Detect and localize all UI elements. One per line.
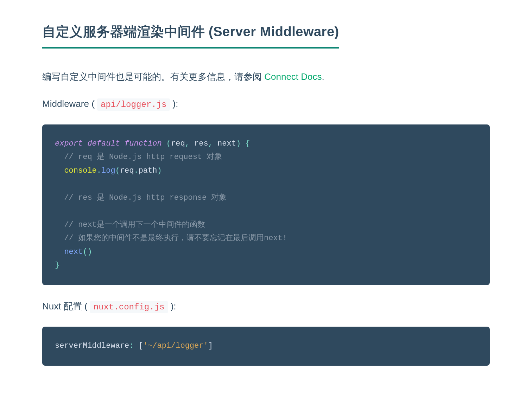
log-close: ): [157, 166, 162, 175]
arr-open: [: [139, 341, 143, 350]
mw-label-after: ):: [170, 98, 178, 109]
cfg-key: serverMiddleware: [55, 341, 129, 350]
comment-res: // res 是 Node.js http response 对象: [55, 193, 227, 202]
arr-close: ]: [208, 341, 213, 350]
dot-1: .: [97, 166, 101, 175]
comment-req: // req 是 Node.js http request 对象: [55, 153, 222, 161]
section-heading: 自定义服务器端渲染中间件 (Server Middleware): [42, 21, 339, 49]
cfg-colon: :: [129, 341, 134, 350]
console-obj: console: [64, 166, 96, 175]
log-method: log: [101, 166, 115, 175]
mw-file-code: api/logger.js: [97, 98, 170, 111]
comment-next2: // 如果您的中间件不是最终执行，请不要忘记在最后调用next!: [55, 234, 287, 243]
kw-function: function: [125, 139, 162, 148]
kw-default: default: [87, 139, 120, 148]
next-open: (: [83, 248, 87, 256]
next-close: ): [87, 248, 92, 256]
intro-text-after: .: [322, 71, 324, 82]
cfg-file-code: nuxt.config.js: [90, 301, 168, 313]
param-req: req: [171, 139, 185, 148]
paren-open: (: [162, 139, 171, 148]
cfg-label-before: Nuxt 配置 (: [42, 301, 90, 312]
connect-docs-link[interactable]: Connect Docs: [264, 71, 322, 82]
param-res: res: [194, 139, 208, 148]
intro-paragraph: 编写自定义中间件也是可能的。有关更多信息，请参阅 Connect Docs.: [42, 70, 490, 84]
dot-2: .: [134, 166, 138, 175]
req-ref: req: [120, 166, 134, 175]
comma-2: ,: [208, 139, 213, 148]
log-open: (: [115, 166, 120, 175]
intro-text-before: 编写自定义中间件也是可能的。有关更多信息，请参阅: [42, 71, 264, 82]
config-code-block: serverMiddleware: ['~/api/logger']: [42, 327, 490, 366]
comma-1: ,: [185, 139, 190, 148]
next-call: next: [64, 248, 83, 256]
mw-label-before: Middleware (: [42, 98, 97, 109]
arr-str: '~/api/logger': [143, 341, 208, 350]
middleware-label: Middleware ( api/logger.js ):: [42, 97, 490, 111]
param-next: next: [217, 139, 236, 148]
path-prop: path: [139, 166, 157, 175]
brace-close: }: [55, 261, 59, 270]
comment-next1: // next是一个调用下一个中间件的函数: [55, 220, 205, 229]
middleware-code-block: export default function (req, res, next)…: [42, 124, 490, 285]
paren-close: ): [236, 139, 241, 148]
cfg-label-after: ):: [168, 301, 176, 312]
config-label: Nuxt 配置 ( nuxt.config.js ):: [42, 299, 490, 314]
kw-export: export: [55, 139, 83, 148]
brace-open: {: [241, 139, 250, 148]
